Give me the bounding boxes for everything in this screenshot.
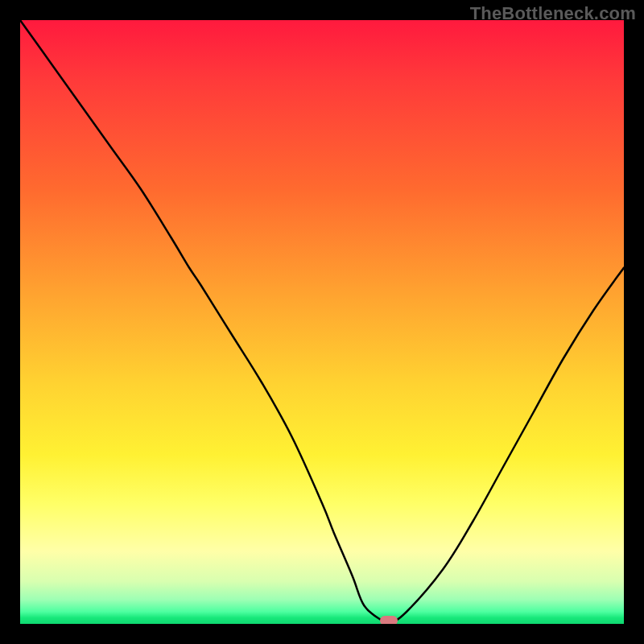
optimal-point-marker [380, 616, 398, 624]
watermark-text: TheBottleneck.com [470, 3, 636, 24]
chart-frame: TheBottleneck.com [0, 0, 644, 644]
plot-area [20, 20, 624, 624]
bottleneck-curve [20, 20, 624, 624]
